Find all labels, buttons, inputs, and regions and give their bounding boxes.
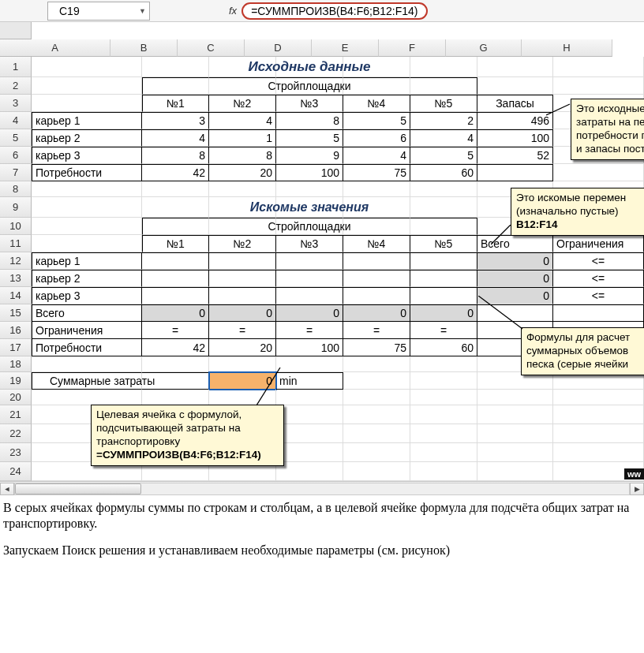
cell[interactable] [477, 405, 553, 424]
row-header[interactable]: 12 [0, 252, 32, 270]
row-header[interactable]: 11 [0, 235, 32, 252]
cell[interactable] [142, 77, 209, 95]
cell[interactable]: 0 [477, 287, 553, 304]
cell[interactable] [410, 218, 477, 235]
cell[interactable]: 9 [276, 147, 343, 164]
cell[interactable]: №5 [410, 95, 477, 112]
cell[interactable] [343, 462, 410, 481]
cell[interactable]: 4 [142, 129, 209, 147]
cell[interactable] [32, 235, 142, 252]
cell[interactable]: 4 [410, 129, 477, 147]
cell[interactable]: Потребности [32, 339, 142, 356]
cell[interactable] [410, 462, 477, 481]
cell[interactable]: 8 [209, 147, 276, 164]
cell[interactable] [343, 424, 410, 443]
cell[interactable] [209, 252, 276, 270]
cell[interactable]: = [209, 322, 276, 339]
cell[interactable]: карьер 1 [32, 252, 142, 270]
cell[interactable]: №4 [343, 235, 410, 252]
horizontal-scrollbar[interactable]: ◄ ▶ [0, 481, 644, 495]
cell[interactable] [276, 390, 343, 405]
cell[interactable]: 2 [410, 112, 477, 129]
cell[interactable] [142, 390, 209, 405]
cell[interactable] [410, 77, 477, 95]
scroll-thumb[interactable] [15, 483, 141, 494]
cell[interactable] [477, 462, 553, 481]
cell[interactable] [276, 270, 343, 287]
fx-label[interactable]: fx [229, 5, 237, 17]
row-header[interactable]: 24 [0, 462, 32, 481]
cell[interactable] [32, 356, 142, 372]
cell[interactable] [477, 443, 553, 462]
cell[interactable] [343, 405, 410, 424]
row-header[interactable]: 21 [0, 405, 32, 424]
column-header[interactable]: A [0, 39, 110, 57]
cell[interactable] [142, 287, 209, 304]
cell[interactable]: карьер 3 [32, 287, 142, 304]
column-header[interactable]: B [110, 39, 178, 57]
cell[interactable] [343, 252, 410, 270]
row-header[interactable]: 14 [0, 287, 32, 304]
cell[interactable] [142, 57, 209, 77]
cell[interactable]: 52 [477, 147, 553, 164]
cell[interactable]: 75 [343, 164, 410, 181]
cell[interactable] [32, 181, 142, 197]
cell[interactable] [553, 405, 644, 424]
cell[interactable]: Потребности [32, 164, 142, 181]
cell[interactable]: №3 [276, 235, 343, 252]
cell[interactable]: Искомые значения [276, 197, 343, 218]
cell[interactable] [477, 424, 553, 443]
cell[interactable]: = [276, 322, 343, 339]
cell[interactable]: 0 [343, 304, 410, 322]
cell[interactable] [209, 356, 276, 372]
scroll-right-button[interactable]: ▶ [630, 483, 644, 495]
cell[interactable]: 0 [209, 372, 276, 390]
cell[interactable]: Ограничения [32, 322, 142, 339]
cell[interactable]: №5 [410, 235, 477, 252]
cell[interactable] [553, 443, 644, 462]
cell[interactable]: 20 [209, 164, 276, 181]
cell[interactable] [32, 390, 142, 405]
column-header[interactable]: E [312, 39, 379, 57]
cell[interactable] [209, 287, 276, 304]
cell[interactable]: 6 [343, 129, 410, 147]
cell[interactable] [276, 287, 343, 304]
cell[interactable]: Стройплощадки [276, 218, 343, 235]
cell[interactable] [209, 390, 276, 405]
cell[interactable]: карьер 1 [32, 112, 142, 129]
cell[interactable] [32, 218, 142, 235]
cell[interactable]: №1 [142, 95, 209, 112]
cell[interactable] [209, 77, 276, 95]
cell[interactable]: = [410, 322, 477, 339]
cell[interactable] [209, 270, 276, 287]
scroll-left-button[interactable]: ◄ [0, 483, 14, 495]
cell[interactable] [343, 77, 410, 95]
cell[interactable]: <= [553, 270, 644, 287]
cell[interactable] [343, 270, 410, 287]
cell[interactable]: карьер 2 [32, 129, 142, 147]
cell[interactable] [276, 462, 343, 481]
column-header[interactable]: H [522, 39, 612, 57]
cell[interactable] [410, 252, 477, 270]
cell[interactable]: Исходные данные [276, 57, 343, 77]
cell[interactable]: №3 [276, 95, 343, 112]
cell[interactable] [343, 218, 410, 235]
column-header[interactable]: D [245, 39, 312, 57]
cell[interactable] [410, 356, 477, 372]
cell[interactable]: 4 [343, 147, 410, 164]
row-header[interactable]: 15 [0, 304, 32, 322]
row-header[interactable]: 23 [0, 443, 32, 462]
row-header[interactable]: 4 [0, 112, 32, 129]
column-header[interactable]: C [178, 39, 245, 57]
formula-text[interactable]: =СУММПРОИЗВ(B4:F6;B12:F14) [251, 5, 417, 17]
cell[interactable] [553, 164, 644, 181]
cell[interactable] [142, 197, 209, 218]
cell[interactable]: 8 [276, 112, 343, 129]
cell[interactable] [410, 390, 477, 405]
cell[interactable]: 8 [142, 147, 209, 164]
row-header[interactable]: 5 [0, 129, 32, 147]
cell[interactable]: №2 [209, 95, 276, 112]
cell[interactable] [142, 252, 209, 270]
cell[interactable] [553, 77, 644, 95]
row-header[interactable]: 19 [0, 372, 32, 390]
